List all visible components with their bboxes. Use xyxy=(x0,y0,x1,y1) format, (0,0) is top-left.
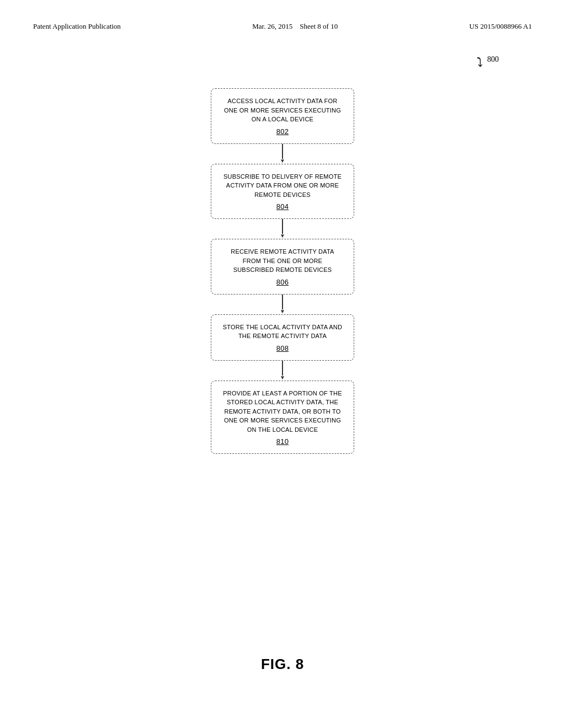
box-804-number: 804 xyxy=(222,202,343,211)
box-810-text: Provide at least a portion of the stored… xyxy=(223,390,342,433)
patent-page: Patent Application Publication Mar. 26, … xyxy=(0,0,565,728)
box-806-text: Receive remote activity data from the on… xyxy=(231,248,334,273)
box-808-number: 808 xyxy=(222,344,343,352)
header-date: Mar. 26, 2015 xyxy=(252,22,292,30)
ref-curve-arrow: ⤵ xyxy=(477,55,483,69)
flow-box-802: Access local activity data for one or mo… xyxy=(211,88,354,144)
arrow-802-to-804 xyxy=(280,144,285,164)
header-center-info: Mar. 26, 2015 Sheet 8 of 10 xyxy=(252,22,338,31)
header-patent-number: US 2015/0088966 A1 xyxy=(470,22,532,31)
box-806-number: 806 xyxy=(222,278,343,286)
flow-box-804: Subscribe to delivery of remote activity… xyxy=(211,164,354,220)
page-header: Patent Application Publication Mar. 26, … xyxy=(33,22,532,31)
box-808-text: Store the local activity data and the re… xyxy=(223,324,342,340)
flow-box-808: Store the local activity data and the re… xyxy=(211,314,354,361)
flowchart: Access local activity data for one or mo… xyxy=(205,88,360,454)
figure-label: FIG. 8 xyxy=(261,656,304,673)
flow-box-806: Receive remote activity data from the on… xyxy=(211,239,354,295)
box-802-text: Access local activity data for one or mo… xyxy=(224,98,341,122)
box-802-number: 802 xyxy=(222,127,343,136)
ref-number: 800 xyxy=(487,55,499,64)
diagram-reference: ⤵ 800 xyxy=(477,55,499,69)
header-publication-label: Patent Application Publication xyxy=(33,22,121,31)
flow-box-810: Provide at least a portion of the stored… xyxy=(211,381,354,454)
arrow-806-to-808 xyxy=(280,295,285,314)
box-804-text: Subscribe to delivery of remote activity… xyxy=(223,173,342,198)
arrow-808-to-810 xyxy=(280,361,285,381)
box-810-number: 810 xyxy=(222,437,343,446)
arrow-804-to-806 xyxy=(280,219,285,239)
header-sheet: Sheet 8 of 10 xyxy=(300,22,338,30)
